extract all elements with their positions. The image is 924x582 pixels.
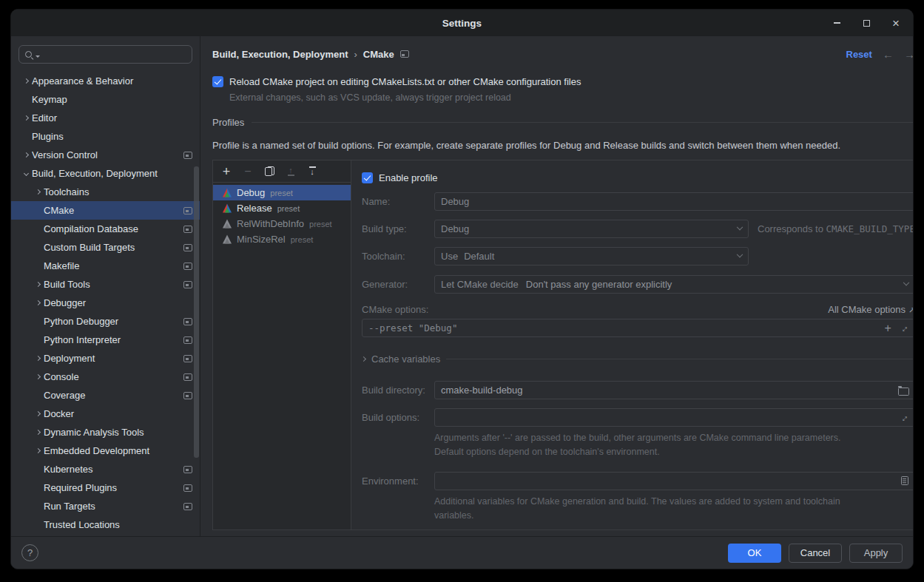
project-settings-badge-icon bbox=[183, 484, 192, 492]
cmake-logo-icon bbox=[222, 234, 232, 244]
chevron-icon bbox=[23, 115, 28, 121]
sidebar-item-deployment[interactable]: Deployment bbox=[11, 349, 200, 368]
move-down-icon[interactable]: ↓ bbox=[305, 164, 320, 179]
breadcrumb-separator: › bbox=[354, 49, 357, 60]
sidebar-item-build-execution-deployment[interactable]: Build, Execution, Deployment bbox=[11, 164, 200, 183]
sidebar-item-custom-build-targets[interactable]: Custom Build Targets bbox=[11, 238, 200, 257]
chevron-icon bbox=[35, 189, 40, 194]
breadcrumb-segment[interactable]: Build, Execution, Deployment bbox=[212, 49, 348, 60]
project-settings-badge-icon bbox=[183, 503, 192, 510]
breadcrumb: Build, Execution, Deployment › CMake Res… bbox=[212, 47, 914, 61]
forward-arrow-icon[interactable]: → bbox=[904, 48, 914, 61]
apply-button[interactable]: Apply bbox=[849, 544, 903, 563]
name-input[interactable]: Debug bbox=[434, 192, 914, 211]
project-settings-badge-icon bbox=[183, 373, 192, 381]
cmake-options-input[interactable]: --preset "Debug" + ↔ bbox=[362, 319, 914, 337]
add-option-icon[interactable]: + bbox=[885, 322, 891, 334]
remove-profile-icon[interactable]: − bbox=[240, 164, 255, 179]
build-directory-label: Build directory: bbox=[362, 385, 434, 396]
sidebar-item-coverage[interactable]: Coverage bbox=[11, 386, 200, 405]
project-settings-badge-icon bbox=[183, 336, 192, 344]
reset-link[interactable]: Reset bbox=[846, 49, 872, 60]
enable-profile-checkbox[interactable]: Enable profile bbox=[362, 172, 914, 183]
sidebar-item-makefile[interactable]: Makefile bbox=[11, 257, 200, 275]
reload-cmake-checkbox[interactable]: Reload CMake project on editing CMakeLis… bbox=[212, 76, 914, 87]
build-options-input[interactable]: ↔ bbox=[434, 408, 914, 427]
profile-row-release[interactable]: Release preset bbox=[213, 200, 351, 216]
chevron-icon bbox=[35, 374, 40, 379]
build-options-label: Build options: bbox=[362, 412, 434, 423]
sidebar-item-version-control[interactable]: Version Control bbox=[11, 146, 200, 164]
sidebar-item-dynamic-analysis-tools[interactable]: Dynamic Analysis Tools bbox=[11, 423, 200, 441]
chevron-down-icon bbox=[737, 223, 743, 229]
search-input[interactable] bbox=[18, 45, 192, 64]
all-cmake-options-link[interactable]: All CMake options ↗ bbox=[828, 304, 914, 315]
environment-variables-icon[interactable] bbox=[901, 476, 908, 485]
environment-hint: Additional variables for CMake generatio… bbox=[434, 495, 863, 524]
copy-profile-icon[interactable] bbox=[262, 164, 277, 179]
search-icon bbox=[24, 50, 33, 59]
profile-row-relwithdebinfo[interactable]: RelWithDebInfo preset bbox=[213, 216, 351, 231]
chevron-icon bbox=[35, 448, 40, 453]
project-settings-badge-icon bbox=[183, 355, 192, 362]
help-icon[interactable]: ? bbox=[21, 544, 38, 561]
cache-variables-section[interactable]: Cache variables bbox=[362, 353, 914, 365]
checkbox-checked-icon bbox=[212, 76, 223, 87]
sidebar-item-compilation-database[interactable]: Compilation Database bbox=[11, 220, 200, 238]
sidebar-scrollbar[interactable] bbox=[194, 166, 199, 458]
environment-input[interactable] bbox=[434, 472, 914, 490]
profile-list: Debug preset Release preset RelWithDebIn… bbox=[213, 183, 351, 247]
sidebar-item-debugger[interactable]: Debugger bbox=[11, 294, 200, 312]
settings-tree: Appearance & Behavior Keymap Editor Plug… bbox=[11, 72, 200, 536]
sidebar-item-docker[interactable]: Docker bbox=[11, 405, 200, 423]
back-arrow-icon[interactable]: ← bbox=[883, 48, 894, 61]
sidebar-item-python-interpreter[interactable]: Python Interpreter bbox=[11, 331, 200, 349]
profile-row-minsizerel[interactable]: MinSizeRel preset bbox=[213, 231, 351, 247]
sidebar-item-embedded-development[interactable]: Embedded Development bbox=[11, 441, 200, 460]
sidebar-item-plugins[interactable]: Plugins bbox=[11, 127, 200, 146]
sidebar-item-appearance-behavior[interactable]: Appearance & Behavior bbox=[11, 72, 200, 90]
sidebar-item-kubernetes[interactable]: Kubernetes bbox=[11, 460, 200, 478]
maximize-icon[interactable] bbox=[860, 16, 873, 30]
build-type-select[interactable]: Debug bbox=[434, 220, 749, 238]
ok-button[interactable]: OK bbox=[728, 544, 781, 563]
sidebar-item-keymap[interactable]: Keymap bbox=[11, 90, 200, 109]
minimize-icon[interactable] bbox=[830, 16, 843, 30]
close-icon[interactable]: × bbox=[889, 16, 903, 30]
profile-row-debug[interactable]: Debug preset bbox=[213, 185, 351, 200]
project-settings-badge-icon bbox=[183, 263, 192, 270]
chevron-icon bbox=[23, 152, 28, 158]
cancel-button[interactable]: Cancel bbox=[789, 544, 842, 563]
sidebar-item-editor[interactable]: Editor bbox=[11, 109, 200, 127]
sidebar-item-python-debugger[interactable]: Python Debugger bbox=[11, 312, 200, 331]
sidebar-item-trusted-locations[interactable]: Trusted Locations bbox=[11, 515, 200, 534]
folder-icon[interactable] bbox=[898, 386, 908, 394]
profiles-description: Profile is a named set of build options.… bbox=[212, 140, 914, 151]
window-title: Settings bbox=[442, 18, 482, 29]
build-directory-input[interactable]: cmake-build-debug bbox=[434, 381, 914, 399]
expand-field-icon[interactable]: ↔ bbox=[897, 321, 911, 336]
sidebar-item-build-tools[interactable]: Build Tools bbox=[11, 275, 200, 294]
project-settings-badge-icon bbox=[183, 244, 192, 251]
toolchain-select[interactable]: Use Default bbox=[434, 247, 749, 265]
sidebar-item-console[interactable]: Console bbox=[11, 368, 200, 386]
external-link-arrow-icon: ↗ bbox=[908, 305, 914, 314]
cmake-logo-icon bbox=[222, 219, 232, 229]
generator-select[interactable]: Let CMake decide Don't pass any generato… bbox=[434, 275, 914, 294]
move-up-icon[interactable]: ↑ bbox=[283, 164, 298, 179]
profile-list-toolbar: + − ↑ ↓ bbox=[213, 160, 351, 183]
sidebar-item-toolchains[interactable]: Toolchains bbox=[11, 183, 200, 201]
expand-field-icon[interactable]: ↔ bbox=[897, 410, 911, 425]
project-settings-badge-icon bbox=[400, 50, 409, 58]
project-settings-badge-icon bbox=[183, 207, 192, 214]
name-label: Name: bbox=[362, 196, 434, 207]
add-profile-icon[interactable]: + bbox=[219, 164, 234, 179]
profile-detail-panel: Enable profile Name: Debug Build type: D… bbox=[351, 160, 914, 529]
sidebar-item-required-plugins[interactable]: Required Plugins bbox=[11, 478, 200, 497]
sidebar-item-run-targets[interactable]: Run Targets bbox=[11, 497, 200, 515]
project-settings-badge-icon bbox=[183, 392, 192, 399]
sidebar-item-cmake[interactable]: CMake bbox=[11, 201, 200, 220]
build-options-hint: Arguments after '--' are passed to the b… bbox=[434, 431, 863, 460]
project-settings-badge-icon bbox=[183, 226, 192, 233]
chevron-down-icon bbox=[737, 251, 743, 257]
